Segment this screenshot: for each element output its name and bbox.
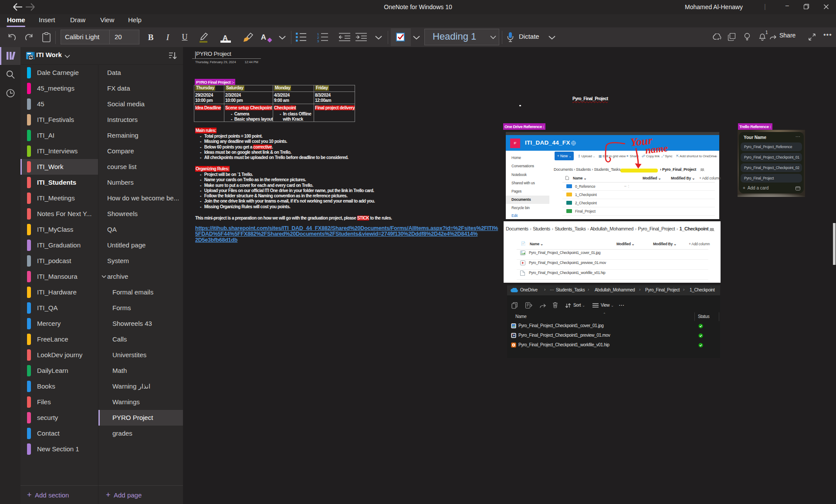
svg-text:3: 3 xyxy=(317,39,319,43)
